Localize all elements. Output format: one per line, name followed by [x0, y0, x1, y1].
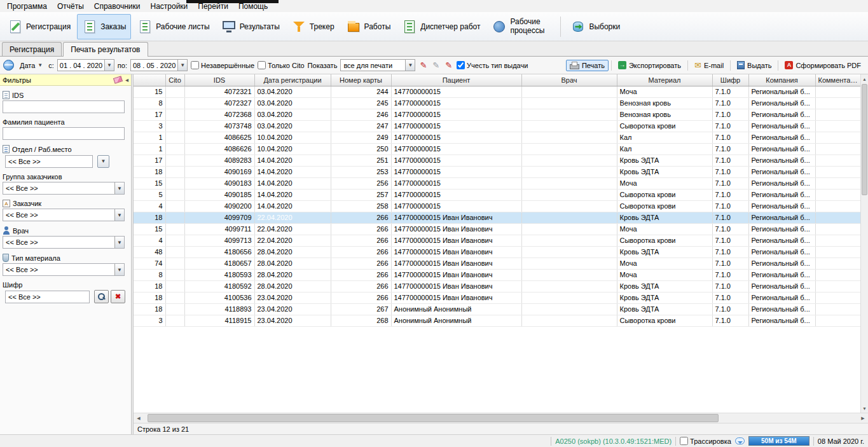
code-search-button[interactable] — [94, 290, 109, 303]
cell-date[interactable]: 22.04.2020 — [254, 212, 331, 223]
cell-card[interactable]: 266 — [331, 212, 391, 223]
cell-doctor[interactable] — [521, 120, 617, 132]
material-type-combo[interactable]: << Все >> ▼ — [3, 263, 125, 276]
cell-doctor[interactable] — [521, 97, 617, 109]
column-header[interactable]: Врач — [521, 74, 617, 86]
department-combo[interactable]: << Все >> — [5, 155, 93, 168]
cell-count[interactable]: 18 — [134, 280, 165, 292]
cell-doctor[interactable] — [521, 280, 617, 292]
cell-date[interactable]: 22.04.2020 — [254, 235, 331, 246]
email-button[interactable]: ✉ E-mail — [691, 59, 727, 71]
cell-count[interactable]: 8 — [134, 97, 165, 109]
chevron-down-icon[interactable]: ▼ — [114, 237, 124, 248]
cell-company[interactable]: Региональный б... — [748, 109, 815, 120]
cell-comment[interactable] — [815, 132, 860, 143]
collapse-sidebar-icon[interactable]: ◂ — [125, 76, 128, 83]
toolbar-button-dispatcher[interactable]: Диспетчер работ — [397, 14, 485, 39]
cell-code[interactable]: 7.1.0 — [712, 235, 748, 246]
table-row[interactable]: 1408662510.04.2020249147700000015Кал7.1.… — [134, 132, 860, 143]
cell-code[interactable]: 7.1.0 — [712, 303, 748, 315]
table-row[interactable]: 8407232703.04.2020245147700000015Венозна… — [134, 97, 860, 109]
cell-patient[interactable]: 147700000015 Иван Иванович — [391, 269, 521, 280]
cell-code[interactable]: 7.1.0 — [712, 189, 748, 200]
tab-print-results[interactable]: Печать результатов — [63, 42, 148, 57]
cell-cito[interactable] — [165, 315, 184, 326]
edit-alt-icon[interactable]: ✎ — [444, 60, 453, 70]
table-row[interactable]: 8418059328.04.2020266147700000015 Иван И… — [134, 269, 860, 280]
menu-item-3[interactable]: Справочники — [89, 1, 146, 12]
cell-company[interactable]: Региональный б... — [748, 235, 815, 246]
cell-date[interactable]: 03.04.2020 — [254, 97, 331, 109]
cell-date[interactable]: 14.04.2020 — [254, 200, 331, 212]
cell-patient[interactable]: 147700000015 Иван Иванович — [391, 223, 521, 235]
trace-checkbox[interactable]: Трассировка — [680, 437, 731, 445]
cell-count[interactable]: 74 — [134, 258, 165, 269]
toolbar-button-worklists[interactable]: Рабочие листы — [132, 14, 214, 39]
table-row[interactable]: 3411891523.04.2020268Анонимный Анонимный… — [134, 315, 860, 326]
table-row[interactable]: 5409018514.04.2020257147700000015Сыворот… — [134, 189, 860, 200]
cell-company[interactable]: Региональный б... — [748, 200, 815, 212]
toolbar-button-tracker[interactable]: Трекер — [286, 14, 340, 39]
cell-doctor[interactable] — [521, 258, 617, 269]
cell-company[interactable]: Региональный б... — [748, 292, 815, 303]
table-row[interactable]: 18411889323.04.2020267Анонимный Анонимны… — [134, 303, 860, 315]
cell-doctor[interactable] — [521, 315, 617, 326]
cell-patient[interactable]: 147700000015 Иван Иванович — [391, 246, 521, 258]
cell-patient[interactable]: 147700000015 — [391, 109, 521, 120]
cell-comment[interactable] — [815, 177, 860, 189]
cell-patient[interactable]: 147700000015 — [391, 86, 521, 97]
table-row[interactable]: 18410053623.04.2020266147700000015 Иван … — [134, 292, 860, 303]
cell-doctor[interactable] — [521, 109, 617, 120]
toolbar-button-works[interactable]: Работы — [341, 14, 396, 39]
cell-cito[interactable] — [165, 280, 184, 292]
cell-card[interactable]: 253 — [331, 166, 391, 177]
clear-filters-icon[interactable] — [113, 76, 123, 84]
table-row[interactable]: 15407232103.04.2020244147700000015Моча7.… — [134, 86, 860, 97]
cell-cito[interactable] — [165, 97, 184, 109]
cell-card[interactable]: 251 — [331, 155, 391, 166]
cell-count[interactable]: 3 — [134, 120, 165, 132]
cell-doctor[interactable] — [521, 86, 617, 97]
menu-item-2[interactable]: Отчёты — [52, 1, 89, 12]
cell-patient[interactable]: 147700000015 — [391, 132, 521, 143]
cell-count[interactable]: 15 — [134, 86, 165, 97]
cell-patient[interactable]: 147700000015 Иван Иванович — [391, 258, 521, 269]
cell-cito[interactable] — [165, 86, 184, 97]
table-row[interactable]: 15409018314.04.2020256147700000015Моча7.… — [134, 177, 860, 189]
cell-ids[interactable]: 4090183 — [184, 177, 254, 189]
cell-card[interactable]: 250 — [331, 143, 391, 155]
cell-company[interactable]: Региональный б... — [748, 86, 815, 97]
cell-material[interactable]: Моча — [617, 177, 712, 189]
cell-patient[interactable]: 147700000015 — [391, 177, 521, 189]
cell-count[interactable]: 15 — [134, 177, 165, 189]
cell-material[interactable]: Кровь ЭДТА — [617, 292, 712, 303]
doctor-combo[interactable]: << Все >> ▼ — [3, 236, 125, 249]
customer-group-combo[interactable]: << Все >> ▼ — [3, 182, 125, 195]
cell-count[interactable]: 4 — [134, 235, 165, 246]
cell-comment[interactable] — [815, 292, 860, 303]
cell-patient[interactable]: 147700000015 — [391, 155, 521, 166]
cell-ids[interactable]: 4090200 — [184, 200, 254, 212]
cell-count[interactable]: 4 — [134, 200, 165, 212]
cell-date[interactable]: 14.04.2020 — [254, 166, 331, 177]
cell-code[interactable]: 7.1.0 — [712, 120, 748, 132]
cell-company[interactable]: Региональный б... — [748, 155, 815, 166]
date-menu-button[interactable]: Дата ▼ — [17, 60, 45, 71]
cell-material[interactable]: Венозная кровь — [617, 109, 712, 120]
cell-cito[interactable] — [165, 109, 184, 120]
cell-card[interactable]: 266 — [331, 258, 391, 269]
cell-company[interactable]: Региональный б... — [748, 223, 815, 235]
cell-date[interactable]: 10.04.2020 — [254, 132, 331, 143]
cell-date[interactable]: 14.04.2020 — [254, 189, 331, 200]
cell-cito[interactable] — [165, 235, 184, 246]
issue-type-checkbox[interactable]: Учесть тип выдачи — [457, 61, 528, 69]
cell-cito[interactable] — [165, 212, 184, 223]
cell-material[interactable]: Моча — [617, 269, 712, 280]
scroll-up-icon[interactable]: ▲ — [861, 74, 868, 83]
cell-ids[interactable]: 4073748 — [184, 120, 254, 132]
cell-count[interactable]: 1 — [134, 143, 165, 155]
column-header[interactable]: IDS — [184, 74, 254, 86]
cell-date[interactable]: 23.04.2020 — [254, 292, 331, 303]
customer-combo[interactable]: << Все >> ▼ — [3, 209, 125, 221]
cell-count[interactable]: 17 — [134, 109, 165, 120]
